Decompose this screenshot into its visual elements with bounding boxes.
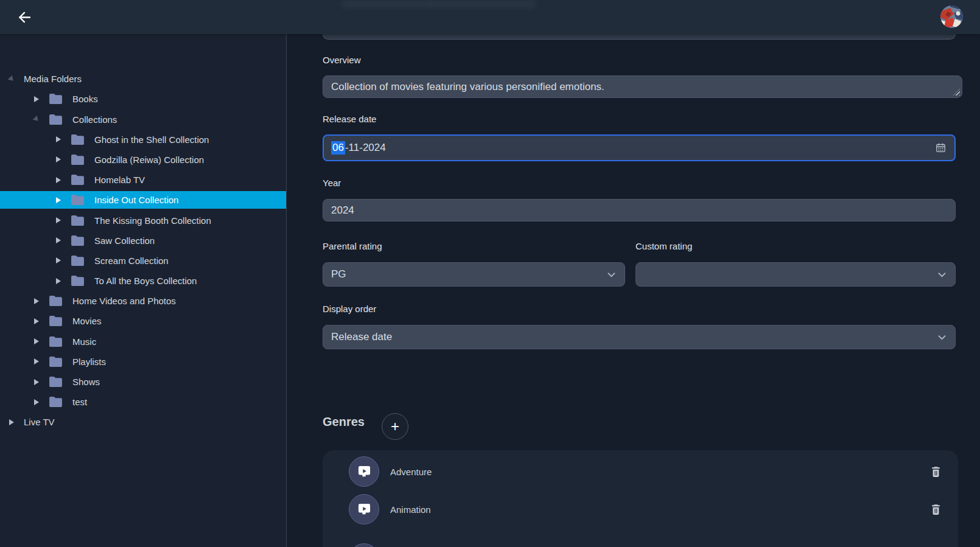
caret-collapsed-icon[interactable]	[56, 278, 61, 284]
tree-item-the-kissing-booth-collection[interactable]: The Kissing Booth Collection	[0, 212, 286, 229]
tree-item-playlists[interactable]: Playlists	[0, 353, 286, 371]
tree-item-label: Homelab TV	[94, 175, 145, 185]
chevron-down-icon	[937, 270, 947, 280]
tree-item-movies[interactable]: Movies	[0, 312, 286, 330]
folder-icon	[49, 376, 63, 388]
tree-item-label: Scream Collection	[94, 256, 169, 266]
user-avatar-image	[940, 5, 963, 28]
tree-item-label: Movies	[72, 316, 102, 326]
chevron-down-icon	[937, 332, 947, 343]
folder-icon	[71, 174, 85, 186]
folder-icon	[49, 295, 63, 307]
tree-item-test[interactable]: test	[0, 393, 286, 411]
folder-icon	[71, 275, 85, 287]
custom-rating-select[interactable]	[635, 262, 956, 287]
tree-item-label: To All the Boys Collection	[94, 276, 197, 286]
tree-item-label: Collections	[72, 114, 117, 125]
overview-textarea[interactable]: Collection of movies featuring various p…	[323, 75, 962, 98]
year-input[interactable]: 2024	[323, 199, 956, 221]
caret-collapsed-icon[interactable]	[34, 298, 39, 304]
tree-item-label: Saw Collection	[94, 235, 155, 246]
top-bar	[0, 0, 980, 34]
genre-name: Animation	[390, 504, 431, 515]
folder-icon	[71, 215, 85, 226]
blurred-content-behind-header	[429, 0, 536, 8]
tree-item-label: Inside Out Collection	[94, 195, 178, 205]
caret-collapsed-icon[interactable]	[34, 318, 39, 324]
caret-collapsed-icon[interactable]	[56, 217, 61, 223]
folder-icon	[49, 356, 63, 368]
tree-item-inside-out-collection[interactable]: Inside Out Collection	[0, 191, 286, 209]
tree-item-label: Shows	[72, 377, 100, 387]
genre-media-icon	[349, 494, 379, 524]
year-label: Year	[323, 178, 341, 188]
tree-item-live-tv[interactable]: Live TV	[0, 413, 286, 431]
caret-collapsed-icon[interactable]	[56, 177, 61, 183]
metadata-editor-panel: Overview Collection of movies featuring …	[287, 34, 980, 547]
caret-collapsed-icon[interactable]	[56, 237, 61, 243]
caret-collapsed-icon[interactable]	[34, 96, 39, 102]
user-avatar[interactable]	[940, 5, 963, 28]
tree-item-music[interactable]: Music	[0, 333, 286, 350]
back-button[interactable]	[15, 9, 33, 26]
arrow-left-icon	[16, 9, 33, 26]
overview-value: Collection of movies featuring various p…	[331, 81, 604, 93]
caret-collapsed-icon[interactable]	[34, 358, 39, 364]
display-order-value: Release date	[331, 331, 392, 343]
media-folder-tree: Media FoldersBooksCollectionsGhost in th…	[0, 34, 287, 547]
genre-media-icon	[349, 456, 379, 487]
trash-icon	[931, 503, 941, 515]
parental-rating-select[interactable]: PG	[323, 262, 625, 287]
caret-collapsed-icon[interactable]	[56, 197, 61, 203]
calendar-icon[interactable]	[935, 142, 947, 154]
caret-collapsed-icon[interactable]	[34, 338, 39, 344]
delete-genre-button[interactable]	[929, 502, 942, 517]
delete-genre-button[interactable]	[929, 464, 942, 479]
release-date-label: Release date	[323, 114, 376, 124]
tree-item-label: Ghost in the Shell Collection	[94, 134, 209, 145]
display-order-select[interactable]: Release date	[323, 325, 956, 349]
tree-item-saw-collection[interactable]: Saw Collection	[0, 232, 286, 249]
cutoff-field-above[interactable]	[323, 34, 956, 40]
tree-item-to-all-the-boys-collection[interactable]: To All the Boys Collection	[0, 272, 286, 290]
tree-item-collections[interactable]: Collections	[0, 111, 286, 128]
tree-item-books[interactable]: Books	[0, 90, 286, 108]
caret-collapsed-icon[interactable]	[56, 156, 61, 162]
tree-item-label: Godzilla (Reiwa) Collection	[94, 155, 204, 165]
folder-icon	[49, 114, 63, 125]
release-date-input[interactable]: 06-11-2024	[323, 134, 956, 161]
year-value: 2024	[331, 204, 354, 217]
tree-item-label: Live TV	[24, 417, 55, 427]
caret-expanded-icon[interactable]	[8, 75, 16, 83]
trash-icon	[931, 465, 941, 478]
tree-item-label: Music	[72, 336, 96, 347]
caret-collapsed-icon[interactable]	[56, 257, 61, 263]
resize-grip-icon[interactable]	[953, 89, 960, 96]
tree-item-label: The Kissing Booth Collection	[94, 215, 211, 226]
caret-expanded-icon[interactable]	[33, 116, 41, 124]
add-genre-button[interactable]: +	[382, 413, 408, 440]
tree-item-label: test	[72, 397, 87, 407]
caret-collapsed-icon[interactable]	[9, 419, 14, 425]
genre-avatar-partial	[349, 543, 379, 547]
tree-item-label: Books	[72, 94, 98, 104]
caret-collapsed-icon[interactable]	[56, 136, 61, 142]
genre-row-animation: Animation	[323, 494, 958, 524]
tree-item-scream-collection[interactable]: Scream Collection	[0, 252, 286, 270]
tree-item-home-videos-and-photos[interactable]: Home Videos and Photos	[0, 292, 286, 310]
tree-item-ghost-in-the-shell-collection[interactable]: Ghost in the Shell Collection	[0, 131, 286, 148]
parental-rating-value: PG	[331, 268, 346, 280]
folder-icon	[49, 396, 63, 408]
caret-collapsed-icon[interactable]	[34, 379, 39, 385]
display-order-label: Display order	[323, 304, 376, 314]
chevron-down-icon	[606, 270, 617, 280]
folder-icon	[49, 93, 63, 105]
folder-icon	[71, 235, 85, 246]
tree-item-godzilla-reiwa-collection[interactable]: Godzilla (Reiwa) Collection	[0, 151, 286, 169]
folder-icon	[49, 315, 63, 327]
tree-item-media-folders[interactable]: Media Folders	[0, 70, 286, 88]
tree-item-shows[interactable]: Shows	[0, 373, 286, 391]
tree-item-homelab-tv[interactable]: Homelab TV	[0, 171, 286, 189]
caret-collapsed-icon[interactable]	[34, 399, 39, 405]
folder-icon	[71, 255, 85, 267]
